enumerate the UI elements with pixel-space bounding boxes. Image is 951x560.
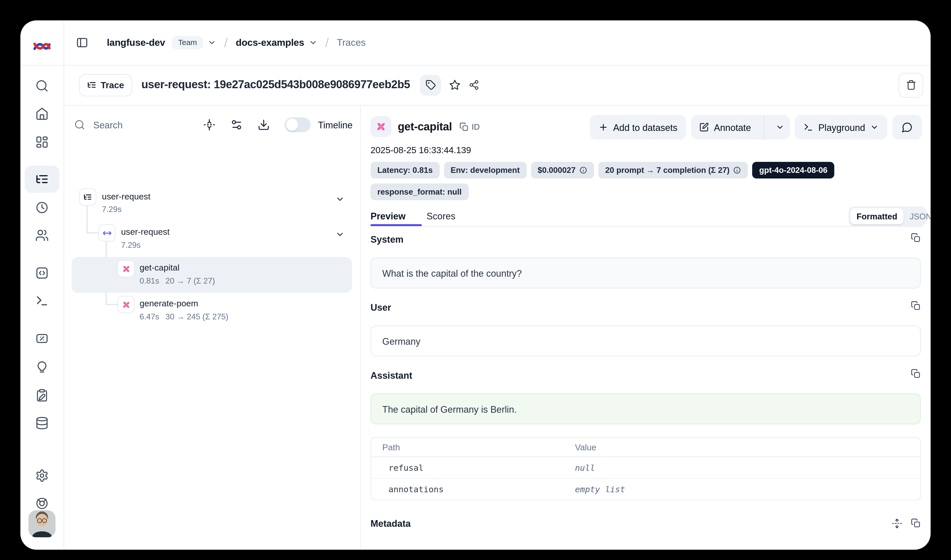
breadcrumb-project[interactable]: langfuse-dev (107, 37, 165, 48)
prompts-icon[interactable] (35, 266, 49, 280)
copy-icon[interactable] (911, 233, 921, 243)
datasets-icon[interactable] (35, 416, 49, 430)
trace-type-label: Trace (101, 80, 124, 90)
comment-button[interactable] (893, 115, 922, 140)
copy-id-icon[interactable] (459, 122, 469, 131)
observation-panel: get-capital ID Add to datasets Annotate (361, 106, 931, 550)
message-role-label: User (371, 302, 391, 312)
generation-node-icon (117, 296, 135, 313)
tree-connector (86, 206, 88, 232)
settings-icon[interactable] (35, 469, 49, 482)
view-formatted[interactable]: Formatted (850, 208, 903, 224)
tracing-icon[interactable] (35, 172, 49, 186)
message-content: What is the capital of the country? (371, 257, 920, 288)
insights-icon[interactable] (35, 360, 49, 374)
sessions-icon[interactable] (35, 201, 49, 214)
chevron-down-icon[interactable] (208, 38, 216, 47)
breadcrumb-environment[interactable]: docs-examples (236, 37, 304, 48)
column-header: Value (575, 442, 920, 452)
id-label: ID (472, 122, 480, 131)
span-node-icon (98, 224, 115, 242)
table-row: refusal null (371, 457, 920, 478)
tree-row-tokens: 20 → 7 (Σ 27) (165, 276, 215, 285)
expand-vertical-icon[interactable] (892, 518, 902, 529)
avatar[interactable] (28, 510, 55, 537)
evaluation-icon[interactable] (35, 332, 49, 345)
tab-preview[interactable]: Preview (371, 211, 405, 221)
copy-icon[interactable] (911, 518, 921, 528)
sidebar-toggle-icon[interactable] (76, 37, 88, 49)
star-icon[interactable] (449, 79, 461, 91)
observation-actions: Add to datasets Annotate Playground (589, 115, 922, 140)
stage: langfuse-dev Team / docs-examples / Trac… (0, 0, 951, 560)
support-icon[interactable] (35, 497, 49, 510)
trace-header: Trace user-request: 19e27ac025d543b008e9… (64, 65, 931, 105)
download-icon[interactable] (257, 118, 270, 131)
annotate-menu-chevron-icon[interactable] (769, 115, 790, 140)
playground-button[interactable]: Playground (795, 115, 887, 140)
timeline-toggle-label: Timeline (318, 119, 353, 130)
chevron-down-icon[interactable] (335, 230, 345, 239)
tabs-border (371, 226, 922, 226)
tree-row-label[interactable]: generate-poem (140, 298, 198, 308)
tree-toolbar: Timeline (74, 111, 352, 138)
generation-icon (371, 116, 391, 137)
copy-icon[interactable] (911, 369, 921, 379)
message-content: The capital of Germany is Berlin. (371, 394, 920, 425)
tree-connector (86, 232, 98, 233)
tree-row-label[interactable]: user-request (121, 227, 169, 237)
copy-icon[interactable] (911, 301, 921, 311)
add-to-datasets-button[interactable]: Add to datasets (589, 115, 686, 140)
message-role-label: System (371, 234, 403, 245)
info-icon[interactable] (733, 166, 741, 174)
breadcrumb: langfuse-dev Team / docs-examples / Trac… (76, 20, 366, 65)
table-header-row: Path Value (371, 438, 920, 457)
observation-tabs: Preview Scores (371, 211, 455, 221)
collapse-vertical-icon[interactable] (203, 118, 215, 131)
breadcrumb-page[interactable]: Traces (337, 37, 366, 48)
table-row: annotations empty list (371, 478, 920, 500)
tag-icon[interactable] (420, 74, 441, 95)
users-icon[interactable] (35, 229, 49, 242)
observation-badges: Latency: 0.81s Env: development $0.00002… (371, 162, 834, 178)
generation-node-icon (117, 260, 135, 277)
search-input[interactable] (92, 119, 188, 131)
trace-type-badge: Trace (79, 74, 132, 96)
dashboard-icon[interactable] (35, 135, 49, 149)
view-json[interactable]: JSON (903, 208, 931, 224)
timeline-toggle[interactable] (285, 117, 310, 132)
app-window: langfuse-dev Team / docs-examples / Trac… (20, 20, 931, 550)
chevron-down-icon[interactable] (335, 195, 345, 204)
message-content: Germany (371, 326, 920, 357)
tokens-badge: 20 prompt → 7 completion (Σ 27) (599, 162, 748, 178)
message-role-label: Assistant (371, 370, 412, 380)
env-badge: Env: development (444, 162, 526, 178)
annotation-icon[interactable] (35, 388, 49, 402)
info-icon[interactable] (579, 166, 587, 174)
annotate-button[interactable]: Annotate (691, 115, 759, 140)
button-divider (764, 115, 764, 140)
active-tab-indicator (371, 224, 422, 226)
trace-node-icon (79, 188, 96, 206)
home-icon[interactable] (35, 107, 49, 120)
langfuse-logo (33, 39, 51, 54)
search-icon[interactable] (35, 79, 49, 92)
path-cell: refusal (371, 463, 575, 472)
path-cell: annotations (371, 484, 575, 494)
chevron-down-icon[interactable] (309, 38, 317, 47)
tree-row-label[interactable]: user-request (102, 192, 151, 202)
delete-button[interactable] (899, 72, 923, 97)
column-header: Path (371, 442, 575, 452)
search-icon (74, 119, 85, 130)
tab-scores[interactable]: Scores (426, 211, 455, 221)
observation-badges-row2: response_format: null (371, 183, 468, 200)
tree-row-duration: 7.29s (102, 205, 122, 214)
tree-row-duration: 7.29s (121, 240, 141, 249)
tree-row-label[interactable]: get-capital (140, 263, 180, 272)
playground-icon[interactable] (35, 294, 49, 308)
breadcrumb-separator: / (224, 35, 228, 50)
share-icon[interactable] (469, 80, 479, 90)
model-badge[interactable]: gpt-4o-2024-08-06 (752, 162, 834, 178)
filter-settings-icon[interactable] (230, 118, 243, 131)
value-cell: empty list (575, 484, 920, 494)
